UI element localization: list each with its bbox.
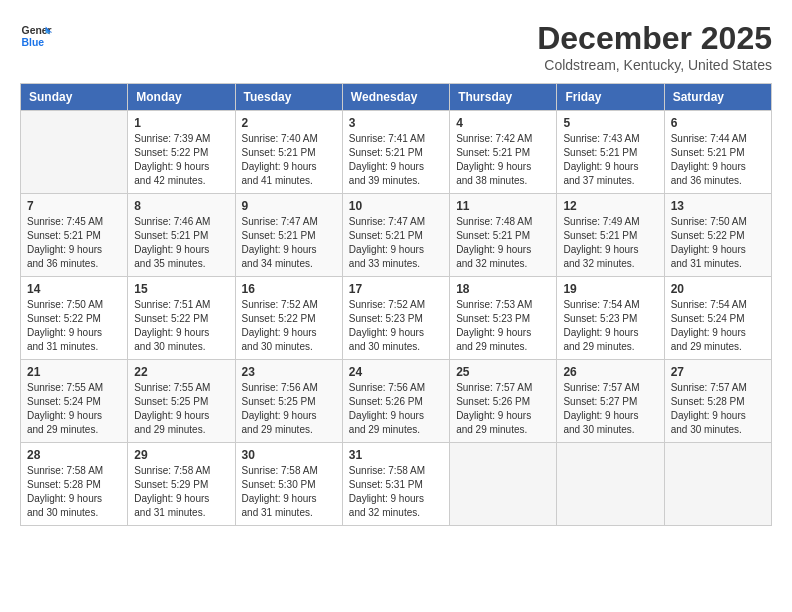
- day-number: 16: [242, 282, 336, 296]
- day-number: 1: [134, 116, 228, 130]
- day-cell-2-5: 19 Sunrise: 7:54 AM Sunset: 5:23 PM Dayl…: [557, 277, 664, 360]
- day-cell-1-4: 11 Sunrise: 7:48 AM Sunset: 5:21 PM Dayl…: [450, 194, 557, 277]
- day-cell-0-3: 3 Sunrise: 7:41 AM Sunset: 5:21 PM Dayli…: [342, 111, 449, 194]
- day-number: 21: [27, 365, 121, 379]
- day-number: 8: [134, 199, 228, 213]
- day-cell-2-2: 16 Sunrise: 7:52 AM Sunset: 5:22 PM Dayl…: [235, 277, 342, 360]
- day-info: Sunrise: 7:50 AM Sunset: 5:22 PM Dayligh…: [671, 216, 747, 269]
- day-number: 30: [242, 448, 336, 462]
- day-info: Sunrise: 7:46 AM Sunset: 5:21 PM Dayligh…: [134, 216, 210, 269]
- day-info: Sunrise: 7:48 AM Sunset: 5:21 PM Dayligh…: [456, 216, 532, 269]
- day-cell-2-6: 20 Sunrise: 7:54 AM Sunset: 5:24 PM Dayl…: [664, 277, 771, 360]
- day-cell-0-4: 4 Sunrise: 7:42 AM Sunset: 5:21 PM Dayli…: [450, 111, 557, 194]
- day-number: 24: [349, 365, 443, 379]
- day-number: 19: [563, 282, 657, 296]
- day-number: 7: [27, 199, 121, 213]
- day-info: Sunrise: 7:52 AM Sunset: 5:22 PM Dayligh…: [242, 299, 318, 352]
- day-cell-4-2: 30 Sunrise: 7:58 AM Sunset: 5:30 PM Dayl…: [235, 443, 342, 526]
- day-info: Sunrise: 7:57 AM Sunset: 5:26 PM Dayligh…: [456, 382, 532, 435]
- day-number: 23: [242, 365, 336, 379]
- day-cell-1-6: 13 Sunrise: 7:50 AM Sunset: 5:22 PM Dayl…: [664, 194, 771, 277]
- day-cell-3-0: 21 Sunrise: 7:55 AM Sunset: 5:24 PM Dayl…: [21, 360, 128, 443]
- day-number: 28: [27, 448, 121, 462]
- svg-text:Blue: Blue: [22, 37, 45, 48]
- week-row-5: 28 Sunrise: 7:58 AM Sunset: 5:28 PM Dayl…: [21, 443, 772, 526]
- day-cell-1-2: 9 Sunrise: 7:47 AM Sunset: 5:21 PM Dayli…: [235, 194, 342, 277]
- day-cell-0-6: 6 Sunrise: 7:44 AM Sunset: 5:21 PM Dayli…: [664, 111, 771, 194]
- weekday-header-row: Sunday Monday Tuesday Wednesday Thursday…: [21, 84, 772, 111]
- header-wednesday: Wednesday: [342, 84, 449, 111]
- day-cell-0-0: [21, 111, 128, 194]
- day-number: 25: [456, 365, 550, 379]
- day-info: Sunrise: 7:51 AM Sunset: 5:22 PM Dayligh…: [134, 299, 210, 352]
- day-number: 11: [456, 199, 550, 213]
- day-cell-3-4: 25 Sunrise: 7:57 AM Sunset: 5:26 PM Dayl…: [450, 360, 557, 443]
- day-number: 9: [242, 199, 336, 213]
- day-cell-2-1: 15 Sunrise: 7:51 AM Sunset: 5:22 PM Dayl…: [128, 277, 235, 360]
- day-cell-1-3: 10 Sunrise: 7:47 AM Sunset: 5:21 PM Dayl…: [342, 194, 449, 277]
- day-cell-1-1: 8 Sunrise: 7:46 AM Sunset: 5:21 PM Dayli…: [128, 194, 235, 277]
- day-number: 10: [349, 199, 443, 213]
- calendar-table: Sunday Monday Tuesday Wednesday Thursday…: [20, 83, 772, 526]
- week-row-4: 21 Sunrise: 7:55 AM Sunset: 5:24 PM Dayl…: [21, 360, 772, 443]
- day-info: Sunrise: 7:47 AM Sunset: 5:21 PM Dayligh…: [242, 216, 318, 269]
- day-number: 17: [349, 282, 443, 296]
- day-number: 27: [671, 365, 765, 379]
- day-info: Sunrise: 7:49 AM Sunset: 5:21 PM Dayligh…: [563, 216, 639, 269]
- logo-icon: General Blue: [20, 20, 52, 52]
- header-sunday: Sunday: [21, 84, 128, 111]
- day-info: Sunrise: 7:43 AM Sunset: 5:21 PM Dayligh…: [563, 133, 639, 186]
- day-cell-3-2: 23 Sunrise: 7:56 AM Sunset: 5:25 PM Dayl…: [235, 360, 342, 443]
- header-thursday: Thursday: [450, 84, 557, 111]
- day-cell-1-0: 7 Sunrise: 7:45 AM Sunset: 5:21 PM Dayli…: [21, 194, 128, 277]
- calendar-title: December 2025: [537, 20, 772, 57]
- title-section: December 2025 Coldstream, Kentucky, Unit…: [537, 20, 772, 73]
- day-number: 26: [563, 365, 657, 379]
- day-number: 20: [671, 282, 765, 296]
- logo: General Blue: [20, 20, 52, 52]
- header-tuesday: Tuesday: [235, 84, 342, 111]
- day-cell-1-5: 12 Sunrise: 7:49 AM Sunset: 5:21 PM Dayl…: [557, 194, 664, 277]
- day-cell-3-1: 22 Sunrise: 7:55 AM Sunset: 5:25 PM Dayl…: [128, 360, 235, 443]
- calendar-subtitle: Coldstream, Kentucky, United States: [537, 57, 772, 73]
- day-cell-3-3: 24 Sunrise: 7:56 AM Sunset: 5:26 PM Dayl…: [342, 360, 449, 443]
- day-number: 12: [563, 199, 657, 213]
- day-number: 22: [134, 365, 228, 379]
- header-friday: Friday: [557, 84, 664, 111]
- day-info: Sunrise: 7:53 AM Sunset: 5:23 PM Dayligh…: [456, 299, 532, 352]
- day-cell-3-6: 27 Sunrise: 7:57 AM Sunset: 5:28 PM Dayl…: [664, 360, 771, 443]
- day-info: Sunrise: 7:40 AM Sunset: 5:21 PM Dayligh…: [242, 133, 318, 186]
- day-info: Sunrise: 7:44 AM Sunset: 5:21 PM Dayligh…: [671, 133, 747, 186]
- header-monday: Monday: [128, 84, 235, 111]
- day-info: Sunrise: 7:52 AM Sunset: 5:23 PM Dayligh…: [349, 299, 425, 352]
- day-info: Sunrise: 7:39 AM Sunset: 5:22 PM Dayligh…: [134, 133, 210, 186]
- day-cell-0-5: 5 Sunrise: 7:43 AM Sunset: 5:21 PM Dayli…: [557, 111, 664, 194]
- day-cell-2-4: 18 Sunrise: 7:53 AM Sunset: 5:23 PM Dayl…: [450, 277, 557, 360]
- day-info: Sunrise: 7:50 AM Sunset: 5:22 PM Dayligh…: [27, 299, 103, 352]
- header-saturday: Saturday: [664, 84, 771, 111]
- day-info: Sunrise: 7:58 AM Sunset: 5:28 PM Dayligh…: [27, 465, 103, 518]
- day-cell-4-6: [664, 443, 771, 526]
- day-number: 5: [563, 116, 657, 130]
- day-number: 3: [349, 116, 443, 130]
- day-info: Sunrise: 7:58 AM Sunset: 5:29 PM Dayligh…: [134, 465, 210, 518]
- day-cell-4-0: 28 Sunrise: 7:58 AM Sunset: 5:28 PM Dayl…: [21, 443, 128, 526]
- day-number: 18: [456, 282, 550, 296]
- day-info: Sunrise: 7:58 AM Sunset: 5:30 PM Dayligh…: [242, 465, 318, 518]
- day-cell-4-4: [450, 443, 557, 526]
- day-cell-0-1: 1 Sunrise: 7:39 AM Sunset: 5:22 PM Dayli…: [128, 111, 235, 194]
- page-header: General Blue December 2025 Coldstream, K…: [20, 20, 772, 73]
- day-number: 2: [242, 116, 336, 130]
- day-number: 29: [134, 448, 228, 462]
- day-number: 13: [671, 199, 765, 213]
- day-info: Sunrise: 7:55 AM Sunset: 5:24 PM Dayligh…: [27, 382, 103, 435]
- day-info: Sunrise: 7:41 AM Sunset: 5:21 PM Dayligh…: [349, 133, 425, 186]
- day-number: 6: [671, 116, 765, 130]
- day-info: Sunrise: 7:45 AM Sunset: 5:21 PM Dayligh…: [27, 216, 103, 269]
- day-number: 4: [456, 116, 550, 130]
- day-cell-2-3: 17 Sunrise: 7:52 AM Sunset: 5:23 PM Dayl…: [342, 277, 449, 360]
- week-row-3: 14 Sunrise: 7:50 AM Sunset: 5:22 PM Dayl…: [21, 277, 772, 360]
- day-cell-3-5: 26 Sunrise: 7:57 AM Sunset: 5:27 PM Dayl…: [557, 360, 664, 443]
- day-info: Sunrise: 7:57 AM Sunset: 5:27 PM Dayligh…: [563, 382, 639, 435]
- day-cell-0-2: 2 Sunrise: 7:40 AM Sunset: 5:21 PM Dayli…: [235, 111, 342, 194]
